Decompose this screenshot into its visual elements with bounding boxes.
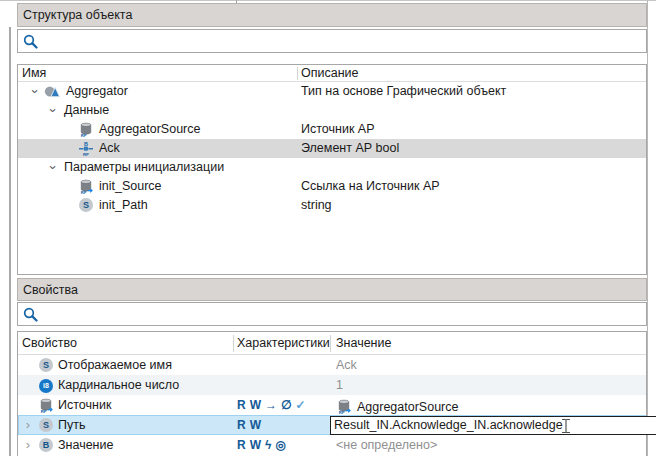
- chevron-expanded-icon[interactable]: ›: [43, 105, 62, 117]
- svg-text:RP: RP: [339, 410, 345, 414]
- search-icon: [23, 307, 38, 322]
- chevron-collapsed-icon[interactable]: ›: [22, 415, 34, 435]
- aggregator-icon: [44, 83, 60, 99]
- tree-item-label: init_Source: [99, 177, 162, 196]
- column-divider[interactable]: [330, 335, 331, 352]
- tree-item-label: Параметры инициализации: [64, 158, 224, 177]
- tree-row[interactable]: BRPAckЭлемент АР bool: [18, 139, 646, 158]
- column-header-property[interactable]: Свойство: [22, 332, 77, 355]
- property-name: Отображаемое имя: [58, 355, 172, 375]
- svg-text:RP: RP: [81, 190, 87, 194]
- properties-table-header: Свойство Характеристики Значение: [18, 332, 646, 355]
- string-badge-icon: S: [38, 417, 54, 433]
- property-row[interactable]: RPИсточникRW→∅✓RPAggregatorSource: [18, 395, 646, 415]
- svg-text:RP: RP: [83, 152, 89, 156]
- tree-item-description: string: [301, 196, 332, 215]
- property-name: Кардинальное число: [58, 375, 179, 395]
- ap-source-icon: RP: [78, 121, 94, 137]
- property-name: Источник: [58, 395, 111, 415]
- property-row[interactable]: ›BЗначениеRWϟ◎<не определено>: [18, 435, 646, 455]
- object-tree-header: Имя Описание: [18, 65, 646, 82]
- characteristic-flag: ∅: [281, 398, 291, 412]
- panel-right-border: [647, 0, 648, 456]
- property-value: RPAggregatorSource: [336, 395, 458, 417]
- ap-source-ref-icon: RP: [78, 178, 94, 194]
- tree-item-label: AggregatorSource: [99, 120, 200, 139]
- property-characteristics: RWϟ◎: [237, 435, 290, 455]
- structure-panel-header: Структура объекта: [17, 3, 647, 27]
- tree-item-description: Элемент АР bool: [301, 139, 399, 158]
- properties-search-box: [17, 302, 647, 326]
- tree-row[interactable]: ›Параметры инициализации: [18, 158, 646, 177]
- characteristic-flag: R: [237, 438, 246, 452]
- object-tree-rows: ›AggregatorТип на основе Графический объ…: [18, 82, 646, 215]
- path-value-editor[interactable]: Result_IN.Acknowledge_IN.acknowledge: [330, 416, 656, 435]
- properties-table: Свойство Характеристики Значение SОтобра…: [17, 331, 647, 456]
- string-badge: S: [78, 197, 94, 213]
- characteristic-flag: ϟ: [265, 438, 271, 452]
- characteristic-flag: ✓: [295, 398, 305, 412]
- path-value-text: Result_IN.Acknowledge_IN.acknowledge: [334, 417, 563, 434]
- column-header-characteristics[interactable]: Характеристики: [237, 332, 330, 355]
- dock-splitter[interactable]: [9, 27, 11, 456]
- tree-item-label: Данные: [64, 101, 109, 120]
- tree-row[interactable]: Sinit_Pathstring: [18, 196, 646, 215]
- property-name: Значение: [58, 435, 113, 455]
- structure-panel-title: Структура объекта: [23, 8, 132, 22]
- property-value: <не определено>: [336, 435, 437, 455]
- tree-item-description: Тип на основе Графический объект: [301, 82, 506, 101]
- chevron-expanded-icon[interactable]: ›: [25, 86, 44, 98]
- int8-badge-icon: i8: [38, 377, 54, 393]
- ap-source-ref-icon: RP: [336, 398, 352, 414]
- characteristic-flag: R: [237, 398, 246, 412]
- property-row[interactable]: SОтображаемое имяAck: [18, 355, 646, 375]
- property-value: 1: [336, 375, 343, 395]
- tree-row[interactable]: RPAggregatorSourceИсточник АР: [18, 120, 646, 139]
- string-badge-icon: S: [38, 357, 54, 373]
- tree-item-description: Источник АР: [301, 120, 375, 139]
- chevron-collapsed-icon[interactable]: ›: [22, 435, 34, 455]
- bool-badge-icon: B: [38, 437, 54, 453]
- characteristic-flag: ◎: [275, 438, 285, 452]
- properties-search-input[interactable]: [43, 304, 641, 324]
- column-header-description[interactable]: Описание: [301, 65, 359, 82]
- tree-row[interactable]: ›AggregatorТип на основе Графический объ…: [18, 82, 646, 101]
- properties-panel-title: Свойства: [23, 283, 78, 297]
- object-tree: Имя Описание ›AggregatorТип на основе Гр…: [17, 64, 647, 275]
- chevron-expanded-icon[interactable]: ›: [43, 162, 62, 174]
- characteristic-flag: →: [265, 398, 277, 412]
- svg-text:RP: RP: [81, 133, 87, 137]
- property-name: Путь: [58, 415, 85, 435]
- ap-element-bool-icon: BRP: [78, 140, 94, 156]
- column-header-value[interactable]: Значение: [336, 332, 391, 355]
- property-row[interactable]: i8Кардинальное число1: [18, 375, 646, 395]
- tree-row[interactable]: RPinit_SourceСсылка на Источник АР: [18, 177, 646, 196]
- tree-item-label: Aggregator: [66, 82, 128, 101]
- search-icon: [23, 34, 38, 49]
- svg-text:B: B: [84, 141, 88, 147]
- tree-item-label: init_Path: [99, 196, 148, 215]
- text-cursor: [561, 418, 571, 434]
- structure-search-input[interactable]: [43, 31, 641, 51]
- tree-row[interactable]: ›Данные: [18, 101, 646, 120]
- svg-text:RP: RP: [41, 409, 47, 413]
- properties-panel-header: Свойства: [17, 278, 647, 301]
- tree-item-description: Ссылка на Источник АР: [301, 177, 440, 196]
- characteristic-flag: W: [250, 398, 261, 412]
- characteristic-flag: W: [250, 418, 261, 432]
- tree-item-label: Ack: [99, 139, 120, 158]
- characteristic-flag: W: [250, 438, 261, 452]
- object-structure-window: Структура объекта Имя Описание ›Aggregat…: [0, 0, 656, 456]
- structure-search-box: [17, 29, 647, 53]
- property-value: Ack: [336, 355, 357, 375]
- property-characteristics: RW: [237, 415, 265, 435]
- ap-source-ref-icon: RP: [38, 397, 54, 413]
- column-divider[interactable]: [233, 335, 234, 352]
- property-characteristics: RW→∅✓: [237, 395, 310, 415]
- top-divider: [0, 0, 656, 1]
- column-header-name[interactable]: Имя: [22, 65, 46, 82]
- column-divider[interactable]: [297, 67, 298, 80]
- properties-rows: SОтображаемое имяAcki8Кардинальное число…: [18, 355, 646, 455]
- characteristic-flag: R: [237, 418, 246, 432]
